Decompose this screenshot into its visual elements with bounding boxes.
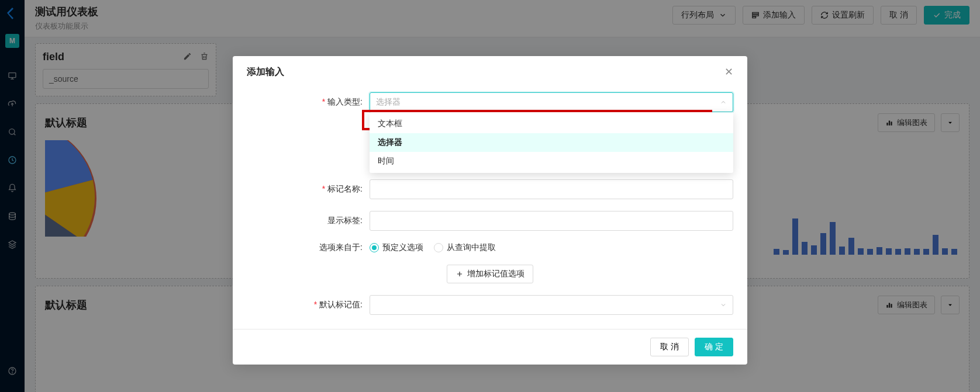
label-options-from: 选项来自于: [319,242,363,252]
radio-dot-icon [370,243,379,252]
marker-name-input[interactable] [370,179,733,199]
chevron-down-icon [720,301,727,308]
label-display-label: 显示标签: [327,216,363,225]
dropdown-option-textbox[interactable]: 文本框 [370,115,733,133]
label-marker-name: 标记名称: [327,184,363,193]
dropdown-option-time[interactable]: 时间 [370,152,733,171]
label-default-value: 默认标记值: [319,300,363,309]
radio-predefined[interactable]: 预定义选项 [370,242,423,253]
close-icon[interactable]: ✕ [724,65,733,78]
default-value-select[interactable] [370,295,733,315]
chevron-up-icon [720,99,727,106]
modal-title: 添加输入 [247,66,724,78]
input-type-dropdown: 文本框 选择器 时间 [370,112,733,173]
add-input-modal: 添加输入 ✕ *输入类型: 选择器 文本框 选择器 时间 *标记名称: 显示标签… [233,56,747,365]
modal-cancel-button[interactable]: 取 消 [650,338,689,356]
label-input-type: 输入类型: [327,97,363,106]
add-marker-option-button[interactable]: 增加标记值选项 [447,265,533,283]
radio-from-query[interactable]: 从查询中提取 [434,242,496,253]
plus-icon [456,270,464,278]
display-label-input[interactable] [370,211,733,231]
radio-dot-icon [434,243,443,252]
modal-ok-button[interactable]: 确 定 [695,338,733,356]
input-type-select[interactable]: 选择器 [370,92,733,112]
dropdown-option-selector[interactable]: 选择器 [370,133,733,152]
